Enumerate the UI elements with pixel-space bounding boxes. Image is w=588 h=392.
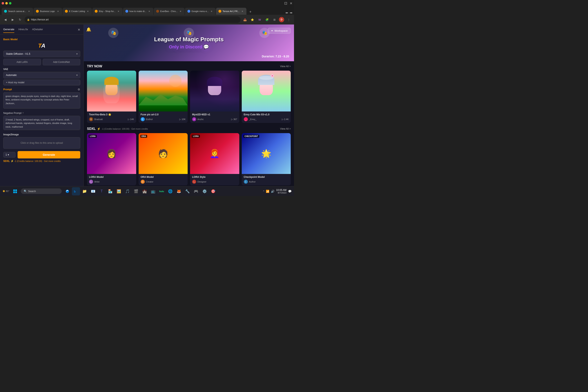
tab-google[interactable]: Google menu e... ✕: [185, 8, 216, 15]
gallery-card-2[interactable]: Fuse pix art-2.0 E Eisthol ▷ 10K: [139, 71, 188, 123]
vae-label: VAE: [3, 68, 80, 71]
taskbar-chevron[interactable]: ^: [263, 190, 264, 193]
taskbar-volume-icon: 🔊: [271, 190, 274, 193]
bookmark-button[interactable]: ⭐: [250, 17, 255, 22]
notification-bell[interactable]: 🔔: [86, 27, 91, 32]
card-author-2: Eisthol: [146, 118, 178, 120]
card-info-2: Fuse pix art-2.0 E Eisthol ▷ 10K: [139, 112, 188, 123]
taskbar-app-spotify[interactable]: 🎵: [123, 187, 132, 196]
prompt-icon[interactable]: ⚙: [78, 88, 80, 91]
bottom-name-2: ORA Model: [141, 176, 186, 178]
neg-prompt-help-icon: ?: [22, 112, 24, 114]
count-select[interactable]: 1 ▾: [3, 152, 16, 158]
card-name-4: Envy Cute Mix 03-v1.0: [244, 113, 289, 116]
tab-close-everbee[interactable]: ✕: [179, 10, 182, 13]
bottom-card-3[interactable]: LORA 👩‍🦰 LORA Style L Designer: [190, 133, 239, 186]
tab-close-howto[interactable]: ✕: [148, 10, 151, 13]
taskbar-app-edge[interactable]: [63, 187, 72, 196]
profile-button[interactable]: D: [279, 17, 284, 22]
upload-area[interactable]: Click or drag files to this area to uplo…: [3, 137, 80, 149]
taskbar-app-video[interactable]: 📺: [149, 187, 157, 196]
taskbar-app-xbox[interactable]: 🎮: [192, 187, 200, 196]
taskbar-app-mail[interactable]: 📧: [89, 187, 97, 196]
taskbar-app-teams[interactable]: T: [98, 187, 106, 196]
add-controlnet-button[interactable]: Add ControlNet: [43, 59, 80, 65]
url-bar[interactable]: 🔒 https://tensor.art: [24, 16, 240, 23]
tab-canva[interactable]: Search canva ai... ✕: [2, 8, 33, 15]
gallery-card-4[interactable]: 🌸 Envy Cute Mix 03-v1.0 _ _Envy_ ▷ 2.4K: [242, 71, 291, 123]
start-button[interactable]: [11, 187, 19, 196]
tab-scroll-right[interactable]: ➡: [290, 11, 292, 15]
tab-title-canva: Search canva ai...: [8, 10, 26, 12]
tab-close-create[interactable]: ✕: [86, 10, 90, 13]
minimize-btn[interactable]: [5, 2, 8, 4]
panel-close-button[interactable]: ✕: [78, 28, 80, 33]
tab-adetailer[interactable]: ADetailer: [32, 28, 43, 33]
tab-close-etsy[interactable]: ✕: [117, 10, 120, 13]
host-model-button[interactable]: + Host my model: [3, 80, 80, 85]
tab-tensor[interactable]: Tensor.Art | FR... ✕: [216, 8, 246, 15]
taskbar-app-extra[interactable]: 🎯: [209, 187, 217, 196]
tab-everbee[interactable]: EverBee - Chro... ✕: [154, 8, 184, 15]
forward-button[interactable]: ▶: [10, 17, 16, 22]
extensions-button[interactable]: 🧩: [264, 17, 270, 22]
neg-prompt-input[interactable]: 2 head, 2 faces, deformed wings, cropped…: [3, 116, 80, 130]
tab-generate[interactable]: Generate: [3, 28, 14, 33]
taskbar: ☀️ 81° 🔍 Search b 📁 📧 T 🏪: [0, 186, 294, 196]
model-select[interactable]: Stable Diffusion - V1.5 ▾: [3, 51, 80, 57]
taskbar-app-photos[interactable]: 🖼️: [115, 187, 123, 196]
sdxl-view-all[interactable]: View All >: [280, 128, 291, 130]
taskbar-notification-icon[interactable]: 💬: [288, 190, 292, 193]
get-credits-link[interactable]: Get more credits: [44, 160, 61, 162]
taskbar-app-netflix[interactable]: 🎬: [132, 187, 140, 196]
bottom-card-1[interactable]: LORA 👩 LORA Model L Artist: [87, 133, 136, 186]
bottom-card-2[interactable]: ORA 🧑 ORA Model O Creator: [139, 133, 188, 186]
tab-close-tensor[interactable]: ✕: [241, 10, 244, 13]
taskbar-app-files[interactable]: 📁: [80, 187, 88, 196]
bottom-card-4[interactable]: CHECKPOINT 🌟 Checkpoint Model C Author: [242, 133, 291, 186]
maximize-btn[interactable]: [9, 2, 12, 4]
back-button[interactable]: ◀: [2, 17, 8, 22]
window-close-btn[interactable]: ✕: [290, 2, 292, 5]
tab-close-business[interactable]: ✕: [56, 10, 60, 13]
taskbar-search[interactable]: 🔍 Search: [21, 188, 62, 194]
try-now-view-all[interactable]: View All >: [280, 65, 291, 68]
tab-close-canva[interactable]: ✕: [27, 10, 30, 13]
share-button[interactable]: 📤: [242, 17, 248, 22]
close-btn[interactable]: [2, 2, 4, 4]
taskbar-app-chrome[interactable]: 🌐: [166, 187, 174, 196]
banner-duration: Durarion: 7.23 - 8.20: [262, 55, 289, 58]
gallery-card-1[interactable]: ToonYou-Beta 3 🌟 B Bradcatt ▷ 14K: [87, 71, 136, 123]
gallery-card-3[interactable]: CHECKPOINT Myst2D-M2D v1: [190, 71, 239, 123]
taskbar-app-store[interactable]: 🏪: [106, 187, 114, 196]
add-lora-button[interactable]: Add LoRA: [3, 59, 41, 65]
workspace-button[interactable]: ✦ Workspace: [268, 28, 291, 34]
taskbar-app-hulu[interactable]: hulu: [158, 187, 166, 196]
tab-scroll-left[interactable]: ⬅: [286, 11, 288, 15]
w-button[interactable]: W: [257, 17, 262, 22]
settings-button[interactable]: ⊞: [272, 17, 277, 22]
model-logo: TA: [3, 41, 80, 51]
tab-howto[interactable]: how to make di... ✕: [123, 8, 153, 15]
restore-btn[interactable]: ⊡: [284, 1, 287, 6]
basic-model-section: Basic Model TA Stable Diffusion - V1.5 ▾…: [3, 38, 80, 65]
taskbar-app-firefox[interactable]: 🦊: [175, 187, 183, 196]
generate-button[interactable]: Generate: [18, 151, 80, 158]
tab-business[interactable]: Business Logo ✕: [34, 8, 62, 15]
taskbar-right: ^ 📶 🔊 10:05 AM 8/7/2023 💬: [263, 189, 292, 194]
tab-close-google[interactable]: ✕: [210, 10, 213, 13]
taskbar-app-tools[interactable]: 🔧: [183, 187, 192, 196]
tab-create[interactable]: E Create Listing ✕: [62, 8, 92, 15]
tab-hiresfix[interactable]: Hires.fix: [18, 28, 28, 33]
refresh-button[interactable]: ↻: [17, 17, 23, 22]
tab-etsy[interactable]: Etsy - Shop for... ✕: [92, 8, 122, 15]
taskbar-app-bing[interactable]: b: [72, 187, 80, 196]
new-tab-button[interactable]: +: [248, 9, 253, 15]
taskbar-app-disney[interactable]: 🏰: [140, 187, 149, 196]
menu-button[interactable]: ⋮: [286, 17, 292, 22]
taskbar-app-settings[interactable]: ⚙️: [200, 187, 209, 196]
tab-favicon-business: [36, 10, 39, 13]
vae-select[interactable]: Automatic ▾: [3, 72, 80, 78]
banner: 🎭 🎭 🎭 League of Magic Prompts Only in Di…: [84, 24, 294, 61]
prompt-input[interactable]: green dragon, deep purple eyes, soaring …: [3, 92, 80, 108]
